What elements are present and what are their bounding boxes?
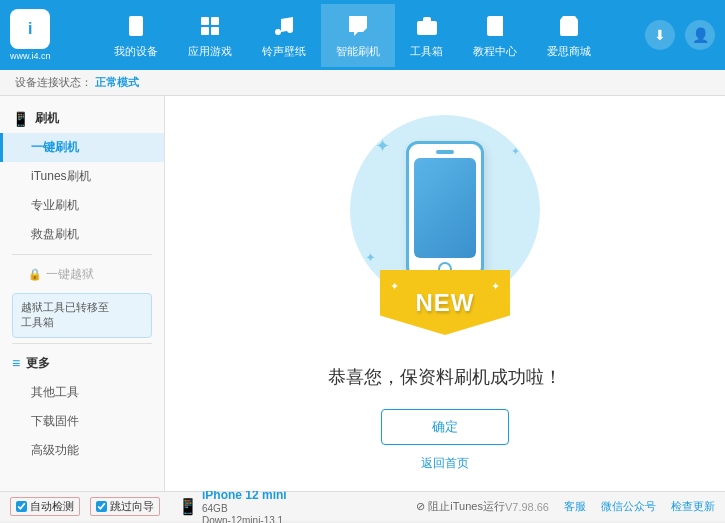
sidebar-section-flash: 📱 刷机 一键刷机 iTunes刷机 专业刷机 救盘刷机 [0, 104, 164, 249]
phone-body [406, 141, 484, 279]
new-ribbon: ✦ NEW ✦ [380, 270, 510, 335]
skip-wizard-checkbox[interactable]: 跳过向导 [90, 497, 160, 516]
svg-rect-5 [211, 27, 219, 35]
nav-my-device-label: 我的设备 [114, 44, 158, 59]
logo-icon: i [10, 9, 50, 49]
status-value: 正常模式 [95, 76, 139, 88]
bottom-left: 自动检测 跳过向导 📱 iPhone 12 mini 64GB Down-12m… [10, 488, 416, 524]
sparkle-2: ✦ [511, 145, 520, 158]
account-button[interactable]: 👤 [685, 20, 715, 50]
sidebar-item-one-key-flash[interactable]: 一键刷机 [0, 133, 164, 162]
main-area: 📱 刷机 一键刷机 iTunes刷机 专业刷机 救盘刷机 🔒 一键越狱 越狱工具… [0, 96, 725, 491]
device-info: 📱 iPhone 12 mini 64GB Down-12mini-13,1 [178, 488, 287, 524]
itunes-status-icon: ⊘ [416, 500, 425, 513]
sidebar-item-data-flash[interactable]: 救盘刷机 [0, 220, 164, 249]
more-section-icon: ≡ [12, 355, 20, 371]
download-button[interactable]: ⬇ [645, 20, 675, 50]
svg-rect-4 [201, 27, 209, 35]
confirm-button[interactable]: 确定 [381, 409, 509, 445]
store-icon [555, 12, 583, 40]
device-storage: 64GB [202, 502, 287, 515]
ringtone-icon [270, 12, 298, 40]
device-model: Down-12mini-13,1 [202, 515, 287, 524]
jailbreak-label: 一键越狱 [46, 266, 94, 283]
logo: i www.i4.cn [10, 9, 51, 61]
auto-detect-label: 自动检测 [30, 499, 74, 514]
toolbox-icon [413, 12, 441, 40]
flash-icon [344, 12, 372, 40]
nav-ringtones-label: 铃声壁纸 [262, 44, 306, 59]
tutorial-icon [481, 12, 509, 40]
ribbon-shape: ✦ NEW ✦ [380, 270, 510, 335]
sidebar-section-more-title: ≡ 更多 [0, 349, 164, 378]
nav-store-label: 爱思商城 [547, 44, 591, 59]
sidebar-item-download-firmware[interactable]: 下载固件 [0, 407, 164, 436]
device-icon [122, 12, 150, 40]
wechat-link[interactable]: 微信公众号 [601, 499, 656, 514]
ribbon-text: NEW [416, 289, 475, 317]
nav-apps-games-label: 应用游戏 [188, 44, 232, 59]
nav-store[interactable]: 爱思商城 [532, 4, 606, 67]
more-section-label: 更多 [26, 355, 50, 372]
auto-detect-checkbox[interactable]: 自动检测 [10, 497, 80, 516]
sparkle-3: ✦ [365, 250, 376, 265]
svg-point-7 [287, 27, 293, 33]
logo-text: www.i4.cn [10, 51, 51, 61]
status-bar: 设备连接状态： 正常模式 [0, 70, 725, 96]
sidebar-item-advanced[interactable]: 高级功能 [0, 436, 164, 465]
back-link[interactable]: 返回首页 [421, 455, 469, 472]
auto-detect-input[interactable] [16, 501, 27, 512]
skip-wizard-label: 跳过向导 [110, 499, 154, 514]
sidebar-item-itunes-flash[interactable]: iTunes刷机 [0, 162, 164, 191]
ribbon-star-right: ✦ [491, 280, 500, 293]
svg-point-6 [275, 29, 281, 35]
phone-screen [414, 158, 476, 258]
nav-toolbox[interactable]: 工具箱 [395, 4, 458, 67]
customer-service-link[interactable]: 客服 [564, 499, 586, 514]
status-label: 设备连接状态： [15, 76, 92, 88]
flash-section-icon: 📱 [12, 111, 29, 127]
svg-rect-2 [201, 17, 209, 25]
nav-tutorial[interactable]: 教程中心 [458, 4, 532, 67]
sidebar-section-jailbreak: 🔒 一键越狱 越狱工具已转移至工具箱 [0, 260, 164, 338]
nav-bar: 我的设备 应用游戏 铃声壁纸 智能刷机 [61, 4, 645, 67]
bottom-right: V7.98.66 客服 微信公众号 检查更新 [505, 499, 715, 514]
nav-ringtones[interactable]: 铃声壁纸 [247, 4, 321, 67]
sidebar-section-flash-title: 📱 刷机 [0, 104, 164, 133]
sidebar: 📱 刷机 一键刷机 iTunes刷机 专业刷机 救盘刷机 🔒 一键越狱 越狱工具… [0, 96, 165, 491]
header: i www.i4.cn 我的设备 应用游戏 铃声壁 [0, 0, 725, 70]
apps-icon [196, 12, 224, 40]
nav-smart-flash-label: 智能刷机 [336, 44, 380, 59]
itunes-status: ⊘ 阻止iTunes运行 [416, 499, 505, 514]
nav-toolbox-label: 工具箱 [410, 44, 443, 59]
sidebar-divider-1 [12, 254, 152, 255]
phone-icon: 📱 [178, 497, 198, 516]
sidebar-item-other-tools[interactable]: 其他工具 [0, 378, 164, 407]
phone-camera [436, 150, 454, 154]
sidebar-jailbreak-notice: 越狱工具已转移至工具箱 [12, 293, 152, 338]
skip-wizard-input[interactable] [96, 501, 107, 512]
flash-section-label: 刷机 [35, 110, 59, 127]
success-illustration: ✦ ✦ ✦ ✦ NEW ✦ [335, 115, 555, 345]
svg-rect-3 [211, 17, 219, 25]
success-message: 恭喜您，保资料刷机成功啦！ [328, 365, 562, 389]
version-text: V7.98.66 [505, 501, 549, 513]
sparkle-1: ✦ [375, 135, 390, 157]
header-right: ⬇ 👤 [645, 20, 715, 50]
device-details: iPhone 12 mini 64GB Down-12mini-13,1 [202, 488, 287, 524]
svg-rect-0 [129, 16, 143, 36]
check-update-link[interactable]: 检查更新 [671, 499, 715, 514]
nav-my-device[interactable]: 我的设备 [99, 4, 173, 67]
sidebar-jailbreak-title: 🔒 一键越狱 [0, 260, 164, 289]
itunes-status-text: 阻止iTunes运行 [428, 499, 505, 514]
nav-tutorial-label: 教程中心 [473, 44, 517, 59]
ribbon-star-left: ✦ [390, 280, 399, 293]
sidebar-divider-2 [12, 343, 152, 344]
nav-smart-flash[interactable]: 智能刷机 [321, 4, 395, 67]
lock-icon: 🔒 [28, 268, 42, 281]
content-area: ✦ ✦ ✦ ✦ NEW ✦ 恭喜您，保资料刷机 [165, 96, 725, 491]
sidebar-section-more: ≡ 更多 其他工具 下载固件 高级功能 [0, 349, 164, 465]
sidebar-item-pro-flash[interactable]: 专业刷机 [0, 191, 164, 220]
bottom-bar: 自动检测 跳过向导 📱 iPhone 12 mini 64GB Down-12m… [0, 491, 725, 521]
nav-apps-games[interactable]: 应用游戏 [173, 4, 247, 67]
